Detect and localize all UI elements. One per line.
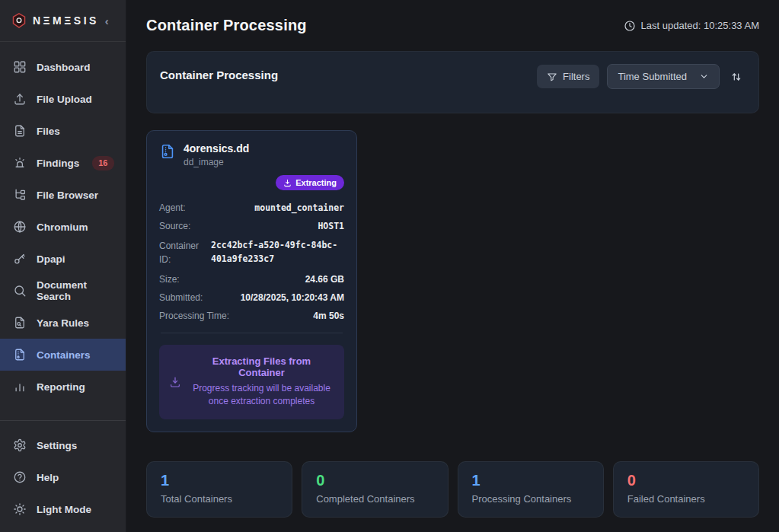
sidebar-item-label: Files bbox=[37, 126, 60, 137]
download-icon bbox=[169, 376, 181, 388]
detail-label: Source: bbox=[159, 221, 190, 231]
search-icon bbox=[13, 284, 27, 298]
brand-header: NΞMΞSIS ‹ bbox=[0, 0, 126, 42]
sidebar-item-reporting[interactable]: Reporting bbox=[0, 371, 126, 403]
sidebar-item-file-browser[interactable]: File Browser bbox=[0, 179, 126, 211]
dashboard-icon bbox=[13, 60, 27, 74]
sidebar-item-dashboard[interactable]: Dashboard bbox=[0, 51, 126, 83]
upload-icon bbox=[13, 92, 27, 106]
funnel-icon bbox=[547, 72, 557, 82]
detail-value: 24.66 GB bbox=[186, 274, 344, 285]
sidebar: NΞMΞSIS ‹ Dashboard File Upload Files bbox=[0, 0, 126, 532]
detail-row-container-id: Container ID: 2cc42bcf-a520-49fc-84bc-40… bbox=[159, 239, 344, 266]
help-icon bbox=[13, 470, 27, 484]
sidebar-item-containers[interactable]: Containers bbox=[0, 339, 126, 371]
extraction-progress-subtitle: Progress tracking will be available once… bbox=[193, 382, 330, 409]
panel-title: Container Processing bbox=[160, 64, 278, 81]
stat-value: 1 bbox=[472, 472, 589, 489]
detail-value: HOST1 bbox=[196, 221, 344, 231]
nemesis-logo-icon bbox=[11, 12, 27, 29]
stat-value: 0 bbox=[316, 472, 433, 489]
sidebar-item-label: Reporting bbox=[37, 381, 85, 393]
status-badge-label: Extracting bbox=[295, 178, 337, 187]
detail-value: 4m 50s bbox=[235, 311, 344, 321]
bar-chart-icon bbox=[13, 380, 27, 393]
filters-button-label: Filters bbox=[563, 71, 589, 82]
container-file-type: dd_image bbox=[184, 157, 249, 167]
detail-label: Size: bbox=[159, 274, 180, 285]
stat-card-failed-containers: 0 Failed Containers bbox=[613, 461, 759, 518]
extraction-progress-title: Extracting Files from Container bbox=[193, 355, 330, 378]
archive-file-icon bbox=[159, 143, 176, 160]
sidebar-collapse-chevron-icon[interactable]: ‹ bbox=[105, 14, 109, 27]
sidebar-item-help[interactable]: Help bbox=[0, 461, 126, 493]
detail-label: Container ID: bbox=[159, 239, 205, 266]
detail-row-processing-time: Processing Time: 4m 50s bbox=[159, 311, 344, 321]
stat-value: 1 bbox=[161, 472, 278, 489]
sidebar-item-label: Help bbox=[37, 472, 59, 483]
sidebar-item-label: Settings bbox=[37, 440, 77, 451]
detail-value: 2cc42bcf-a520-49fc-84bc-401a9fe233c7 bbox=[211, 239, 344, 266]
sidebar-item-settings[interactable]: Settings bbox=[0, 429, 126, 461]
stats-row: 1 Total Containers 0 Completed Container… bbox=[146, 461, 759, 518]
sidebar-nav: Dashboard File Upload Files Findings 16 bbox=[0, 42, 126, 525]
stat-label: Total Containers bbox=[161, 493, 278, 505]
detail-label: Processing Time: bbox=[159, 311, 229, 321]
sidebar-item-document-search[interactable]: Document Search bbox=[0, 275, 126, 307]
stat-card-processing-containers: 1 Processing Containers bbox=[458, 461, 604, 518]
sidebar-item-label: File Upload bbox=[37, 94, 92, 105]
page-header: Container Processing Last updated: 10:25… bbox=[146, 17, 759, 34]
brand-name: NΞMΞSIS bbox=[33, 14, 99, 27]
clock-icon bbox=[624, 20, 636, 32]
sidebar-item-label: Dpapi bbox=[37, 253, 65, 265]
detail-row-size: Size: 24.66 GB bbox=[159, 274, 344, 285]
sidebar-item-label: File Browser bbox=[37, 190, 98, 201]
detail-value: mounted_container bbox=[192, 202, 344, 213]
main-content: Container Processing Last updated: 10:25… bbox=[126, 0, 779, 532]
alarm-icon bbox=[13, 156, 27, 170]
detail-row-agent: Agent: mounted_container bbox=[159, 202, 344, 213]
detail-value: 10/28/2025, 10:20:43 AM bbox=[209, 292, 344, 303]
last-updated: Last updated: 10:25:33 AM bbox=[624, 20, 759, 32]
sidebar-item-file-upload[interactable]: File Upload bbox=[0, 83, 126, 115]
download-icon bbox=[283, 179, 292, 187]
card-divider bbox=[161, 333, 343, 333]
sidebar-item-yara-rules[interactable]: Yara Rules bbox=[0, 307, 126, 339]
sort-by-selected-value: Time Submitted bbox=[618, 71, 687, 82]
sidebar-item-chromium[interactable]: Chromium bbox=[0, 211, 126, 243]
detail-row-submitted: Submitted: 10/28/2025, 10:20:43 AM bbox=[159, 292, 344, 303]
stat-label: Completed Containers bbox=[316, 493, 433, 505]
sidebar-item-label: Chromium bbox=[37, 221, 88, 233]
gear-icon bbox=[13, 438, 27, 452]
stat-card-total-containers: 1 Total Containers bbox=[146, 461, 292, 518]
stat-label: Failed Containers bbox=[627, 493, 745, 505]
sidebar-item-files[interactable]: Files bbox=[0, 115, 126, 147]
filters-button[interactable]: Filters bbox=[537, 65, 599, 88]
container-card[interactable]: 4orensics.dd dd_image Extracting Agent: … bbox=[146, 130, 357, 432]
arrow-up-down-icon bbox=[730, 71, 742, 83]
chevron-down-icon bbox=[699, 72, 709, 81]
container-card-header: 4orensics.dd dd_image bbox=[159, 142, 344, 167]
sidebar-item-dpapi[interactable]: Dpapi bbox=[0, 243, 126, 275]
sort-by-select[interactable]: Time Submitted bbox=[607, 64, 720, 89]
sidebar-item-label: Light Mode bbox=[37, 504, 91, 515]
sidebar-item-label: Findings bbox=[37, 158, 79, 169]
detail-row-source: Source: HOST1 bbox=[159, 221, 344, 231]
sidebar-item-label: Document Search bbox=[37, 279, 113, 302]
file-tree-icon bbox=[13, 188, 27, 202]
sort-direction-button[interactable] bbox=[727, 66, 745, 88]
stat-label: Processing Containers bbox=[472, 493, 589, 505]
extracting-status-badge: Extracting bbox=[276, 175, 344, 190]
file-archive-icon bbox=[13, 348, 27, 362]
globe-icon bbox=[13, 220, 27, 234]
panel-controls: Filters Time Submitted bbox=[537, 64, 745, 89]
container-processing-panel: Container Processing Filters Time Submit… bbox=[146, 51, 759, 113]
file-search-icon bbox=[13, 316, 27, 330]
sidebar-item-findings[interactable]: Findings 16 bbox=[0, 147, 126, 179]
stat-card-completed-containers: 0 Completed Containers bbox=[302, 461, 448, 518]
file-icon bbox=[13, 124, 27, 138]
container-filename: 4orensics.dd bbox=[184, 142, 249, 155]
sun-icon bbox=[13, 502, 27, 516]
page-title: Container Processing bbox=[146, 17, 307, 34]
sidebar-item-light-mode[interactable]: Light Mode bbox=[0, 493, 126, 525]
